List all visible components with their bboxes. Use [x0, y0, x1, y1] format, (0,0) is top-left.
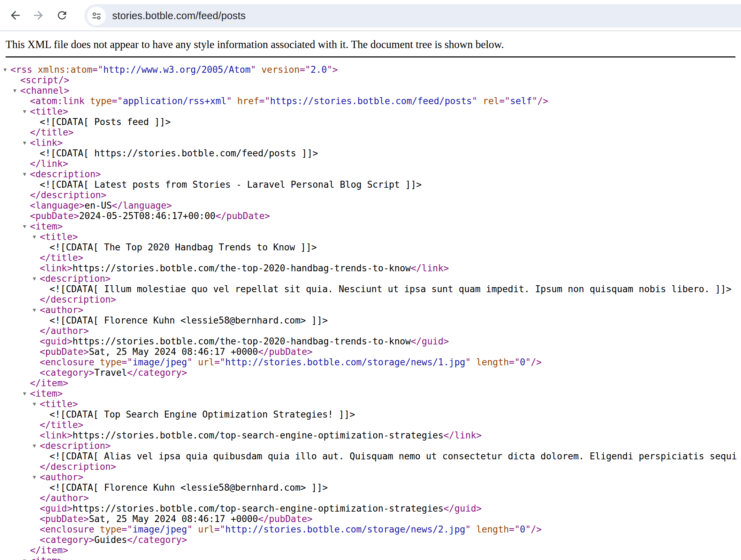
- xml-line: <![CDATA[ Top Search Engine Optimization…: [0, 409, 741, 420]
- xml-tag: ": [187, 357, 198, 367]
- xml-line: ▼<title>: [0, 106, 741, 117]
- xml-line: <![CDATA[ Alias vel ipsa quia quibusdam …: [0, 451, 741, 461]
- collapse-arrow-icon[interactable]: ▼: [3, 64, 10, 75]
- xml-attribute-name: rel: [483, 96, 499, 106]
- xml-tag: =": [259, 96, 270, 106]
- collapse-arrow-icon[interactable]: ▼: [23, 555, 30, 560]
- xml-tag: ": [465, 524, 476, 535]
- xml-tag: <category>: [40, 535, 94, 545]
- xml-attribute-value: http://www.w3.org/2005/Atom: [103, 64, 251, 75]
- xml-tag: =": [112, 96, 123, 106]
- xml-line: <pubDate>2024-05-25T08:46:17+00:00</pubD…: [0, 211, 741, 221]
- xml-line: </description>: [0, 461, 741, 472]
- collapse-arrow-icon[interactable]: ▼: [33, 399, 40, 409]
- xml-tag: </title>: [30, 127, 74, 138]
- xml-line: <![CDATA[ https://stories.botble.com/fee…: [0, 148, 741, 158]
- xml-attribute-name: href: [237, 96, 259, 106]
- xml-attribute-name: url: [198, 357, 214, 367]
- collapse-arrow-icon[interactable]: ▼: [23, 388, 30, 399]
- xml-attribute-value: application/rss+xml: [123, 96, 226, 106]
- xml-line: </author>: [0, 326, 741, 336]
- xml-attribute-value: image/jpeg: [132, 357, 187, 367]
- xml-tag: <enclosure: [40, 524, 100, 535]
- xml-tag: <pubDate>: [30, 211, 79, 221]
- collapse-arrow-icon[interactable]: ▼: [33, 441, 40, 451]
- xml-tag: <channel>: [20, 85, 69, 96]
- xml-tag: ": [227, 96, 237, 106]
- back-button[interactable]: [5, 5, 26, 26]
- xml-tag: </author>: [40, 326, 89, 336]
- xml-tag: <category>: [40, 367, 94, 378]
- xml-text: Guides: [94, 535, 127, 545]
- xml-attribute-name: length: [476, 357, 509, 367]
- collapse-arrow-icon[interactable]: ▼: [13, 85, 20, 96]
- collapse-arrow-icon[interactable]: ▼: [23, 106, 30, 117]
- xml-tag: ": [472, 96, 483, 106]
- xml-line: ▼<description>: [0, 441, 741, 451]
- collapse-arrow-icon[interactable]: ▼: [23, 221, 30, 232]
- collapse-arrow-icon[interactable]: ▼: [33, 273, 40, 284]
- collapse-arrow-icon[interactable]: ▼: [23, 169, 30, 179]
- xml-line: <pubDate>Sat, 25 May 2024 08:46:17 +0000…: [0, 514, 741, 524]
- forward-arrow-icon: [32, 9, 45, 22]
- xml-notice: This XML file does not appear to have an…: [6, 38, 735, 57]
- xml-tag: <link>: [40, 263, 72, 273]
- xml-text: Sat, 25 May 2024 08:46:17 +0000: [89, 514, 258, 524]
- xml-tag: <enclosure: [40, 357, 100, 367]
- xml-line: <![CDATA[ Latest posts from Stories - La…: [0, 179, 741, 190]
- xml-line: <![CDATA[ The Top 2020 Handbag Trends to…: [0, 242, 741, 252]
- xml-tag: </item>: [30, 545, 68, 555]
- xml-line: </description>: [0, 294, 741, 305]
- xml-tag: <title>: [30, 106, 68, 117]
- xml-tag: ": [251, 64, 261, 75]
- xml-tag: </title>: [40, 420, 83, 430]
- xml-attribute-name: type: [90, 96, 112, 106]
- xml-tag: <author>: [40, 305, 83, 315]
- xml-tag: <title>: [40, 399, 78, 409]
- xml-tag: </link>: [411, 263, 449, 273]
- url-bar[interactable]: stories.botble.com/feed/posts: [84, 4, 741, 28]
- xml-text: 2024-05-25T08:46:17+00:00: [79, 211, 215, 221]
- xml-attribute-name: version: [261, 64, 300, 75]
- xml-tag: </guid>: [411, 336, 449, 347]
- collapse-arrow-icon[interactable]: ▼: [23, 138, 30, 148]
- xml-attribute-name: type: [100, 357, 122, 367]
- xml-tag: <pubDate>: [40, 514, 89, 524]
- xml-line: </link>: [0, 158, 741, 169]
- forward-button[interactable]: [28, 5, 49, 26]
- xml-tag: </description>: [40, 294, 116, 305]
- xml-line: <category>Travel</category>: [0, 367, 741, 378]
- xml-line: <category>Guides</category>: [0, 535, 741, 545]
- xml-text: <![CDATA[ Alias vel ipsa quia quibusdam …: [49, 451, 737, 461]
- xml-tag: =": [122, 524, 132, 535]
- xml-line: <link>https://stories.botble.com/top-sea…: [0, 430, 741, 441]
- xml-tag: <guid>: [40, 336, 72, 347]
- collapse-arrow-icon[interactable]: ▼: [33, 305, 40, 315]
- xml-tag: =": [300, 64, 311, 75]
- xml-line: <guid>https://stories.botble.com/the-top…: [0, 336, 741, 347]
- xml-tag: "/>: [525, 357, 542, 367]
- xml-attribute-value: self: [510, 96, 532, 106]
- xml-text: https://stories.botble.com/top-search-en…: [72, 430, 443, 441]
- xml-line: <enclosure type="image/jpeg" url="http:/…: [0, 524, 741, 535]
- xml-text: en-US: [85, 200, 112, 211]
- reload-button[interactable]: [52, 5, 72, 26]
- xml-tag: </language>: [112, 200, 172, 211]
- site-settings-button[interactable]: [87, 7, 106, 25]
- collapse-arrow-icon[interactable]: ▼: [33, 472, 40, 482]
- xml-text: <![CDATA[ https://stories.botble.com/fee…: [40, 148, 318, 158]
- xml-tag: <description>: [40, 441, 111, 451]
- collapse-arrow-icon[interactable]: ▼: [33, 232, 40, 242]
- xml-tag: </description>: [40, 461, 116, 472]
- xml-tag: =": [509, 524, 520, 535]
- xml-line: <guid>https://stories.botble.com/top-sea…: [0, 503, 741, 514]
- xml-attribute-value: http://stories.botble.com/storage/news/1…: [225, 357, 465, 367]
- xml-tag: </link>: [443, 430, 482, 441]
- xml-text: <![CDATA[ Latest posts from Stories - La…: [40, 179, 422, 190]
- xml-tag: <script/>: [20, 75, 69, 85]
- xml-text: <![CDATA[ Florence Kuhn <lessie58@bernha…: [49, 315, 328, 326]
- xml-attribute-value: 0: [520, 524, 526, 535]
- xml-line: </item>: [0, 545, 741, 555]
- xml-line: <![CDATA[ Florence Kuhn <lessie58@bernha…: [0, 315, 741, 326]
- xml-tag: <link>: [40, 430, 72, 441]
